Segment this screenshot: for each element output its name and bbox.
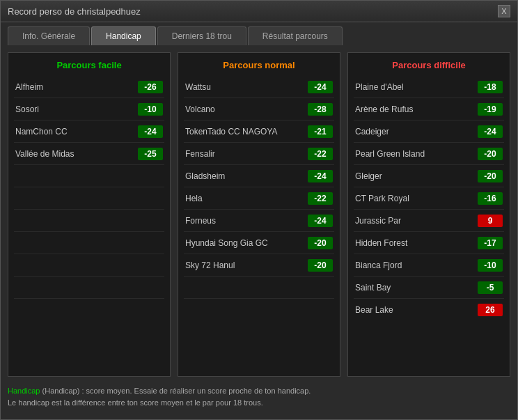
list-item: Wattsu -24 [184,76,334,98]
empty-row [184,277,334,299]
course-score: 9 [478,215,503,227]
course-score: -10 [138,103,163,116]
course-name: Alfheim [15,82,138,92]
course-score: -24 [308,81,333,93]
course-name: Forneus [185,216,308,226]
course-score: -20 [308,237,333,249]
course-score: -28 [308,103,333,116]
easy-column-title: Parcours facile [14,59,164,72]
empty-row [14,210,164,232]
list-item: TokenTado CC NAGOYA -21 [184,120,334,143]
list-item: Saint Bay -5 [354,277,504,299]
course-score: -18 [478,81,503,93]
course-name: Arène de Rufus [355,104,478,114]
list-item: Arène de Rufus -19 [354,98,504,120]
course-score: -24 [138,125,163,138]
tab-handicap[interactable]: Handicap [91,26,156,45]
tab-resultat[interactable]: Résultat parcours [248,26,343,45]
empty-row [14,187,164,210]
list-item: Alfheim -26 [14,76,164,98]
course-score: -25 [138,148,163,160]
course-score: -16 [478,192,503,205]
normal-column-title: Parcours normal [184,59,334,72]
list-item: Jurassic Par 9 [354,210,504,232]
course-name: Pearl Green Island [355,149,478,159]
tab-info[interactable]: Info. Générale [8,26,90,45]
easy-column: Parcours facile Alfheim -26 Sosori -10 N… [8,52,171,377]
footer-line1: (Handicap) : score moyen. Essaie de réal… [40,387,311,395]
course-name: Gladsheim [185,171,308,181]
footer-line2: Le handicap est la différence entre ton … [8,397,510,410]
course-name: Bianca Fjord [355,260,478,270]
list-item: Sosori -10 [14,98,164,120]
course-name: Cadeiger [355,127,478,137]
course-score: -20 [478,148,503,160]
list-item: Sky 72 Hanul -20 [184,254,334,277]
course-name: Bear Lake [355,305,478,315]
list-item: Forneus -24 [184,210,334,232]
course-name: CT Park Royal [355,194,478,203]
list-item: CT Park Royal -16 [354,187,504,210]
course-score: -24 [308,170,333,182]
list-item: Pearl Green Island -20 [354,143,504,165]
course-score: -20 [308,259,333,272]
course-score: -19 [478,103,503,116]
list-item: Gladsheim -24 [184,165,334,187]
list-item: Bianca Fjord -10 [354,254,504,277]
empty-row [14,165,164,187]
content-area: Parcours facile Alfheim -26 Sosori -10 N… [1,45,517,419]
course-score: -24 [478,125,503,138]
list-item: Vallée de Midas -25 [14,143,164,165]
course-score: -10 [478,259,503,272]
list-item: Hela -22 [184,187,334,210]
list-item: Gleiger -20 [354,165,504,187]
course-name: Plaine d'Abel [355,82,478,92]
list-item: NamChon CC -24 [14,120,164,143]
list-item: Volcano -28 [184,98,334,120]
course-name: Fensalir [185,149,308,159]
course-score: -22 [308,148,333,160]
normal-column: Parcours normal Wattsu -24 Volcano -28 T… [178,52,340,377]
list-item: Plaine d'Abel -18 [354,76,504,98]
course-name: NamChon CC [15,127,138,137]
course-name: TokenTado CC NAGOYA [185,127,308,137]
hard-column: Parcours difficile Plaine d'Abel -18 Arè… [347,52,510,377]
empty-row [14,277,164,299]
course-name: Wattsu [185,82,308,92]
tab-derniers[interactable]: Derniers 18 trou [157,26,246,45]
course-score: -26 [138,81,163,93]
course-name: Saint Bay [355,283,478,293]
list-item: Hyundai Song Gia GC -20 [184,232,334,254]
close-button[interactable]: X [498,5,510,17]
footer-highlight: Handicap [8,387,40,395]
course-score: -21 [308,125,333,138]
list-item: Cadeiger -24 [354,120,504,143]
tab-bar: Info. Générale Handicap Derniers 18 trou… [1,22,517,45]
course-score: -17 [478,237,503,249]
list-item: Fensalir -22 [184,143,334,165]
list-item: Hidden Forest -17 [354,232,504,254]
list-item: Bear Lake 26 [354,299,504,321]
course-name: Jurassic Par [355,216,478,226]
title-bar: Record perso de christalpedhuez X [1,1,517,22]
course-score: -20 [478,170,503,182]
main-window: Record perso de christalpedhuez X Info. … [0,0,518,420]
course-name: Vallée de Midas [15,149,138,159]
course-name: Gleiger [355,171,478,181]
columns-container: Parcours facile Alfheim -26 Sosori -10 N… [8,52,510,377]
course-score: -22 [308,192,333,205]
course-name: Volcano [185,104,308,114]
course-name: Hyundai Song Gia GC [185,238,308,248]
hard-column-title: Parcours difficile [354,59,504,72]
course-score: -24 [308,215,333,227]
course-name: Hidden Forest [355,238,478,248]
course-score: -5 [478,281,503,294]
footer-text: Handicap (Handicap) : score moyen. Essai… [8,382,510,412]
window-title: Record perso de christalpedhuez [8,6,141,17]
course-name: Sosori [15,104,138,114]
course-name: Hela [185,194,308,203]
course-name: Sky 72 Hanul [185,260,308,270]
empty-row [14,254,164,277]
empty-row [14,232,164,254]
course-score: 26 [478,304,503,316]
